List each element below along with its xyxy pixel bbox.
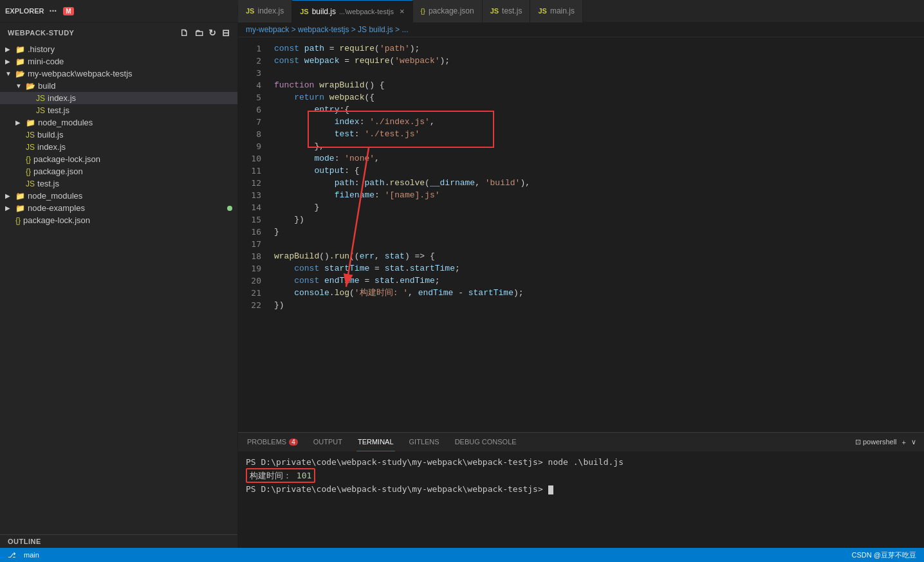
line-numbers: 12345 678910 1112131415 1617181920 2122 [238, 37, 269, 432]
git-branch-icon: ⎇ [8, 551, 16, 559]
collapse-icon[interactable]: ⊟ [222, 28, 230, 38]
code-editor[interactable]: 12345 678910 1112131415 1617181920 2122 [238, 37, 924, 432]
breadcrumb-text: my-webpack > webpack-testjs > JS build.j… [246, 25, 408, 34]
tab-terminal[interactable]: TERMINAL [356, 433, 395, 451]
code-line-16: } [269, 226, 924, 238]
js-icon: JS [246, 7, 254, 15]
new-file-icon[interactable]: 🗋 [180, 28, 189, 38]
tab-label: OUTPUT [313, 438, 342, 446]
terminal-result-highlight: 构建时间： 101 [246, 468, 315, 483]
sidebar-item-build-js[interactable]: JS build.js [0, 129, 237, 141]
sidebar-item-node-examples[interactable]: ▶ 📁 node-examples [0, 202, 237, 214]
code-line-14: } [269, 201, 924, 213]
tab-test[interactable]: JS test.js [483, 0, 531, 23]
folder-icon: 📁 [26, 118, 35, 127]
main-area: WEBPACK-STUDY 🗋 🗀 ↻ ⊟ ▶ 📁 .history ▶ 📁 m… [0, 23, 924, 548]
code-line-15: }) [269, 213, 924, 226]
split-terminal-icon[interactable]: ∨ [911, 438, 916, 446]
terminal-type: ⊡ powershell [855, 438, 897, 446]
code-line-6: entry:{ [269, 104, 924, 116]
sidebar-item-label: build.js [37, 130, 63, 140]
tab-close-button[interactable]: × [400, 6, 405, 16]
arrow-icon: ▶ [5, 204, 15, 212]
terminal-result-value: 101 [297, 471, 311, 480]
tab-index[interactable]: JS index.js [238, 0, 292, 23]
arrow-icon: ▼ [5, 70, 15, 77]
code-line-17 [269, 238, 924, 250]
js-icon: JS [300, 8, 308, 15]
add-terminal-icon[interactable]: + [902, 439, 906, 446]
code-line-13: filename: '[name].js' [269, 189, 924, 201]
code-line-21: console.log('构建时间: ', endTime - startTim… [269, 287, 924, 299]
sidebar-item-package-json-inner[interactable]: {} package.json [0, 165, 237, 177]
terminal-content[interactable]: PS D:\private\code\webpack-study\my-webp… [238, 452, 924, 548]
tab-main[interactable]: JS main.js [530, 0, 582, 23]
tab-path: ...\webpack-testjs [339, 8, 394, 15]
sidebar-item-label: mini-code [28, 57, 64, 66]
tab-output[interactable]: OUTPUT [312, 433, 344, 451]
code-line-20: const endTime = stat.endTime; [269, 275, 924, 287]
arrow-icon: ▶ [5, 192, 15, 199]
tab-problems[interactable]: PROBLEMS 4 [246, 433, 299, 451]
code-line-9: }, [269, 140, 924, 152]
sidebar-item-package-lock-outer[interactable]: {} package-lock.json [0, 214, 237, 226]
status-left: ⎇ main [8, 551, 39, 559]
tab-label: TERMINAL [358, 438, 394, 446]
sidebar-item-label: index.js [48, 93, 76, 103]
code-line-2: const webpack = require('webpack'); [269, 55, 924, 67]
sidebar: WEBPACK-STUDY 🗋 🗀 ↻ ⊟ ▶ 📁 .history ▶ 📁 m… [0, 23, 238, 548]
terminal-line-cmd: PS D:\private\code\webpack-study\my-webp… [246, 456, 916, 468]
code-line-8: test: './test.js' [269, 128, 924, 140]
sidebar-item-label: test.js [48, 105, 69, 115]
modified-badge [227, 206, 232, 211]
problems-badge: 4 [289, 439, 298, 446]
refresh-icon[interactable]: ↻ [208, 28, 217, 38]
panel-tabs: PROBLEMS 4 OUTPUT TERMINAL GITLENS DEBUG… [238, 433, 924, 452]
tab-build[interactable]: JS build.js ...\webpack-testjs × [292, 0, 412, 23]
sidebar-item-label: node_modules [38, 118, 93, 127]
sidebar-item-index-js[interactable]: JS index.js [0, 141, 237, 153]
js-file-icon: JS [36, 106, 45, 115]
m-badge: M [63, 7, 73, 15]
sidebar-item-label: package.json [33, 167, 83, 176]
new-folder-icon[interactable]: 🗀 [194, 28, 204, 38]
tab-label: PROBLEMS [247, 438, 286, 446]
code-line-5: return webpack({ [269, 91, 924, 104]
sidebar-item-label: .history [28, 44, 55, 54]
sidebar-item-mini-code[interactable]: ▶ 📁 mini-code [0, 55, 237, 68]
sidebar-icons: 🗋 🗀 ↻ ⊟ [180, 28, 230, 38]
code-line-1: const path = require('path'); [269, 42, 924, 55]
sidebar-item-test-js[interactable]: JS test.js [0, 177, 237, 190]
sidebar-item-label: package-lock.json [33, 154, 100, 164]
sidebar-item-index-js-build[interactable]: JS index.js [0, 92, 237, 104]
sidebar-item-package-lock-inner[interactable]: {} package-lock.json [0, 153, 237, 165]
breadcrumb: my-webpack > webpack-testjs > JS build.j… [238, 23, 924, 37]
explorer-label: EXPLORER [5, 7, 44, 15]
outline-section[interactable]: OUTLINE [0, 534, 237, 548]
folder-icon: 📁 [15, 57, 25, 66]
explorer-menu[interactable]: ··· [50, 6, 57, 16]
code-content[interactable]: const path = require('path'); const webp… [269, 37, 924, 432]
csdn-credit: CSDN @豆芽不吃豆 [852, 550, 916, 560]
tab-gitlens[interactable]: GITLENS [408, 433, 441, 451]
terminal-prompt-text: PS D:\private\code\webpack-study\my-webp… [246, 484, 553, 494]
outline-label: OUTLINE [8, 538, 41, 545]
sidebar-item-test-js-build[interactable]: JS test.js [0, 104, 237, 116]
js-icon: JS [538, 7, 546, 15]
terminal-line-result: 构建时间： 101 [246, 468, 916, 483]
sidebar-item-node-modules-outer[interactable]: ▶ 📁 node_modules [0, 190, 237, 202]
terminal-line-prompt: PS D:\private\code\webpack-study\my-webp… [246, 483, 916, 495]
status-right: CSDN @豆芽不吃豆 [852, 550, 916, 560]
sidebar-item-label: package-lock.json [23, 215, 90, 225]
json-file-icon: {} [15, 216, 21, 225]
tab-package-json[interactable]: {} package.json [413, 0, 483, 23]
panel-right-controls: ⊡ powershell + ∨ [855, 438, 916, 446]
sidebar-item-build-folder[interactable]: ▼ 📂 build [0, 80, 237, 92]
sidebar-item-history[interactable]: ▶ 📁 .history [0, 43, 237, 55]
tab-label: build.js [312, 7, 336, 16]
arrow-icon: ▼ [15, 82, 26, 89]
sidebar-title: WEBPACK-STUDY [8, 29, 74, 37]
sidebar-item-my-webpack[interactable]: ▼ 📂 my-webpack\webpack-testjs [0, 68, 237, 80]
tab-debug-console[interactable]: DEBUG CONSOLE [454, 433, 518, 451]
sidebar-item-node-modules-inner[interactable]: ▶ 📁 node_modules [0, 116, 237, 129]
